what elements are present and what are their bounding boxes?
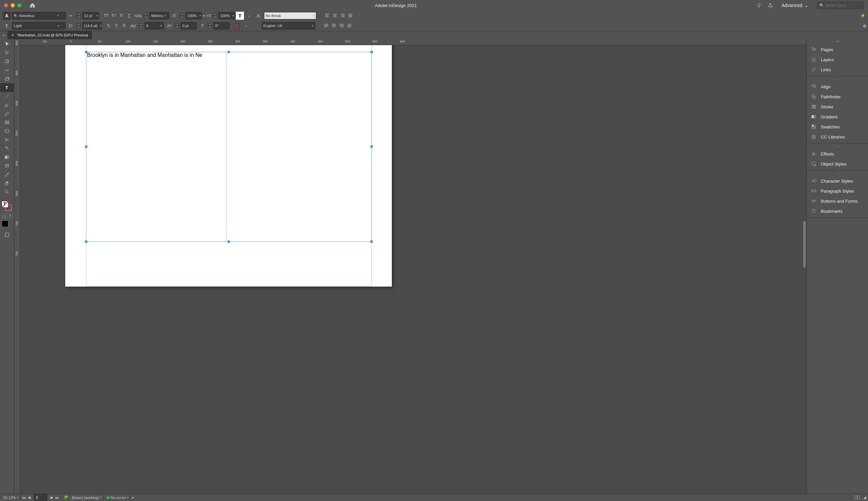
vscale-stepper[interactable]: ▴▾	[180, 13, 184, 18]
frame-handle[interactable]	[370, 51, 373, 53]
kerning-stepper[interactable]: ▴▾	[144, 13, 148, 18]
justify-all-button[interactable]	[346, 22, 353, 30]
gradient-swatch-tool[interactable]	[0, 153, 14, 161]
leading-field[interactable]: ▾	[82, 22, 102, 30]
fill-stroke-toggle[interactable]: T	[2, 201, 12, 212]
last-page-button[interactable]: ⏭	[55, 495, 59, 500]
font-size-field[interactable]: ▾	[82, 12, 99, 19]
document-canvas[interactable]: 400 450 500 550 600 650 700 750 50 0 50 …	[14, 39, 806, 494]
rectangle-tool[interactable]	[0, 127, 14, 136]
panel-settings-icon[interactable]: ✲	[862, 23, 867, 29]
text-frame-content[interactable]: Brooklyn is in Manhattan and Manhattan i…	[87, 52, 202, 58]
panel-stroke[interactable]: Stroke	[807, 102, 868, 112]
baseline-shift-field[interactable]	[181, 22, 197, 30]
note-tool[interactable]	[0, 161, 14, 170]
zoom-tool[interactable]	[0, 188, 14, 196]
vertical-ruler[interactable]: 400 450 500 550 600 650 700 750	[14, 39, 20, 494]
font-style-input[interactable]	[14, 24, 56, 28]
superscript-button[interactable]: T¹	[118, 12, 125, 19]
fill-stroke-swatch[interactable]	[231, 21, 241, 31]
prev-page-button[interactable]: ◀	[28, 495, 30, 500]
open-helper-icon[interactable]: 🧩	[64, 495, 68, 500]
strikethrough-button[interactable]: T	[120, 22, 128, 30]
panel-character-styles[interactable]: ACharacter Styles	[807, 176, 868, 186]
tracking-field[interactable]: ▾	[145, 22, 164, 30]
panel-swatches[interactable]: Swatches	[807, 122, 868, 132]
fill-text-swatch[interactable]: T	[236, 12, 244, 20]
page-tool[interactable]	[0, 57, 14, 66]
close-window-button[interactable]	[4, 3, 8, 7]
adobe-stock-search[interactable]: 🔍	[817, 2, 864, 9]
vertical-scale-field[interactable]: ▾	[186, 12, 202, 19]
panel-layers[interactable]: Layers	[807, 54, 868, 65]
close-tab-icon[interactable]: ×	[11, 32, 14, 38]
rectangle-frame-tool[interactable]	[0, 118, 14, 127]
skew-stepper[interactable]: ▴▾	[208, 23, 212, 29]
panel-pages[interactable]: Pages	[807, 44, 868, 54]
align-right-button[interactable]	[339, 12, 346, 19]
frame-handle[interactable]	[85, 146, 87, 148]
panel-cc-libraries[interactable]: CC Libraries	[807, 132, 868, 142]
free-transform-tool[interactable]	[0, 144, 14, 153]
justify-center-button[interactable]	[330, 22, 338, 30]
panel-align[interactable]: Align	[807, 82, 868, 92]
pen-tool[interactable]	[0, 101, 14, 109]
language-dropdown[interactable]: English: UK▾	[262, 22, 315, 30]
underline-button[interactable]: T	[126, 12, 133, 19]
horizontal-scale-field[interactable]: ▾	[219, 12, 235, 19]
gap-tool[interactable]	[0, 66, 14, 75]
scissors-tool[interactable]	[0, 136, 14, 144]
all-caps-button[interactable]: TT	[103, 12, 110, 19]
document-tab[interactable]: × *Manhattan_02.indd @ 82% [GPU Preview]	[7, 31, 92, 39]
skew-field[interactable]	[213, 22, 230, 30]
expand-status-icon[interactable]: ◢	[863, 495, 866, 500]
preflight-status[interactable]: No errors▾	[105, 494, 130, 501]
character-formatting-mode-icon[interactable]: A	[3, 12, 11, 20]
dock-collapse-icon[interactable]: ◂◂	[807, 39, 868, 43]
pencil-tool[interactable]	[0, 109, 14, 118]
stock-search-input[interactable]	[826, 3, 862, 7]
panel-links[interactable]: Links	[807, 65, 868, 75]
horizontal-ruler[interactable]: 50 0 50 100 150 200 250 300 350 400 450 …	[20, 39, 806, 45]
first-page-button[interactable]: ⏮	[22, 495, 26, 500]
kerning-dropdown[interactable]: Metrics▾	[150, 12, 169, 19]
font-style-dropdown[interactable]: ▾	[12, 22, 66, 30]
maximize-window-button[interactable]	[18, 3, 21, 7]
object-style-status[interactable]: [Basic] (working)▾	[70, 494, 103, 501]
tracking-stepper[interactable]: ▴▾	[139, 23, 143, 29]
panel-bookmarks[interactable]: Bookmarks	[807, 206, 868, 216]
next-page-button[interactable]: ▶	[51, 495, 53, 500]
font-family-input[interactable]	[19, 14, 56, 18]
baseline-stepper[interactable]: ▴▾	[175, 23, 179, 29]
eyedropper-tool[interactable]	[0, 170, 14, 179]
workspace-switcher[interactable]: Advanced ⌄	[779, 1, 811, 9]
share-icon[interactable]	[768, 3, 773, 8]
hand-tool[interactable]	[0, 179, 14, 188]
justify-full-button[interactable]	[347, 12, 354, 19]
line-tool[interactable]	[0, 92, 14, 101]
ligature-button[interactable]: Tᵢ	[113, 22, 120, 30]
color-mode-toggle[interactable]: ▢ T	[1, 213, 13, 219]
font-family-dropdown[interactable]: 🔍 ▾	[12, 12, 66, 19]
frame-handle[interactable]	[227, 51, 230, 53]
align-left-button[interactable]	[324, 12, 331, 19]
view-mode-toggle[interactable]	[0, 231, 14, 239]
expand-panels-icon[interactable]: ››	[3, 33, 7, 38]
frame-handle[interactable]	[85, 241, 87, 243]
character-style-dropdown[interactable]: No Break▾	[264, 12, 316, 19]
zoom-level-field[interactable]: 82.12%▾	[2, 494, 20, 501]
type-tool[interactable]: T	[0, 83, 14, 92]
frame-handle[interactable]	[370, 241, 373, 243]
status-menu-icon[interactable]: ▸	[132, 495, 134, 500]
hscale-stepper[interactable]: ▴▾	[212, 13, 217, 18]
frame-handle[interactable]	[370, 146, 373, 148]
swatch-cycle-icon[interactable]: ›	[242, 22, 250, 30]
lightbulb-icon[interactable]	[756, 3, 762, 8]
direct-selection-tool[interactable]	[0, 49, 14, 57]
font-size-stepper[interactable]: ▴▾	[76, 13, 81, 18]
swatch-cycle-icon[interactable]: ›	[245, 12, 253, 20]
vertical-scrollbar[interactable]	[803, 221, 806, 268]
leading-stepper[interactable]: ▴▾	[76, 23, 81, 29]
subscript-button[interactable]: T₁	[105, 22, 113, 30]
default-fill-stroke[interactable]	[2, 221, 12, 228]
